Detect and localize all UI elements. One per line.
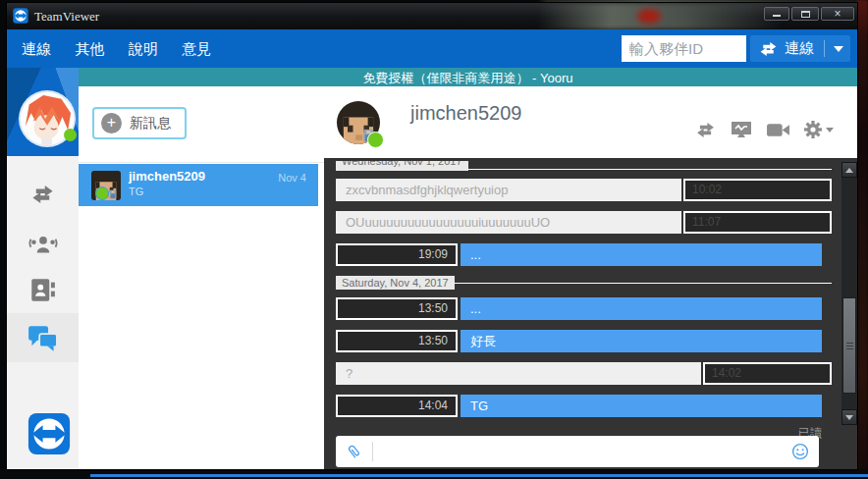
scrollbar-track[interactable] [841,178,857,409]
message-bubble: TG [461,395,822,417]
sidebar-item-chat-active[interactable] [7,313,79,362]
swap-arrows-icon [694,123,717,137]
plus-icon: + [101,113,122,133]
date-separator: Saturday, Nov 4, 2017 [336,276,832,290]
timestamp: 10:02 [683,179,832,201]
gear-icon [803,120,823,139]
thumb-grip [846,343,853,344]
scroll-down-button[interactable] [841,409,857,425]
contact-subtitle: TG [129,186,143,197]
maximize-button[interactable] [791,7,819,21]
settings-button[interactable] [803,120,834,139]
chat-list-panel: + 新訊息 jimchen5209 [79,86,324,469]
swap-arrows-icon [758,42,779,56]
teamviewer-logo [27,412,72,455]
scrollbar-thumb[interactable] [842,297,856,394]
triangle-up-icon [845,168,853,173]
message-incoming: ?14:02 [336,362,832,385]
contact-date: Nov 4 [278,172,306,184]
timestamp: 11:07 [683,211,832,234]
emoji-icon[interactable] [791,443,809,460]
sidebar-item-remote-control[interactable] [7,186,79,203]
maximize-icon [801,11,810,18]
timestamp: 14:02 [703,362,832,385]
user-status-dot [64,129,77,141]
menu-feedback[interactable]: 意見 [182,29,211,68]
menu-extras[interactable]: 其他 [75,29,104,68]
desktop-accent-line [90,474,868,477]
timestamp: 13:50 [336,297,458,320]
swap-arrows-icon [29,186,56,203]
paperclip-icon[interactable] [346,443,363,460]
window-title: TeamViewer [34,3,99,29]
message-bubble: ... [461,297,822,320]
triangle-down-icon [845,415,853,420]
message-bubble: OUuuuuuuuuuuuuuuuuiuuuuuuuUO [336,211,681,234]
conversation-contact-name: jimchen5209 [410,102,521,125]
titlebar[interactable]: TeamViewer × [7,3,857,29]
meeting-icon [28,233,58,257]
monitor-pulse-icon [730,120,753,139]
titlebar-glass-red-blob [637,9,661,24]
conversation-status-dot [367,132,384,148]
message-input[interactable] [373,440,791,463]
date-separator: Wednesday, Nov 1, 2017 [336,161,832,171]
date-line [455,276,832,284]
date-separator-clipped: Wednesday, Nov 1, 2017 [336,161,468,171]
thumb-grip [846,346,853,346]
menu-connection[interactable]: 連線 [22,29,51,68]
message-input-bar[interactable] [336,436,819,467]
account-panel [7,68,79,156]
message-outgoing: 13:50... [336,297,832,320]
minimize-button[interactable] [764,7,789,21]
teamviewer-app-icon [13,8,28,24]
message-bubble: ? [336,362,701,385]
video-call-button[interactable] [766,122,790,138]
scrollbar[interactable] [841,162,857,425]
connect-label: 連線 [785,39,814,58]
message-outgoing: 19:09... [336,243,832,266]
message-outgoing: 13:50好長 [336,330,832,352]
message-outgoing: 14:04TG [336,395,832,417]
connect-button[interactable]: 連線 [750,35,850,62]
message-incoming: zxcvbnmasdfghjklqwertyuiop10:02 [336,179,832,201]
close-button[interactable]: × [821,7,854,21]
sidebar [7,156,79,469]
contact-name: jimchen5209 [129,169,205,184]
new-message-label: 新訊息 [130,115,171,133]
remote-connect-button[interactable] [694,123,717,137]
date-line [468,161,832,170]
timestamp: 14:04 [336,395,458,417]
conversation-actions [694,120,834,139]
timestamp: 19:09 [336,243,458,266]
minimize-icon [773,15,781,17]
new-message-button[interactable]: + 新訊息 [92,107,187,139]
connect-divider [824,40,825,57]
chat-list-item-jimchen5209[interactable]: jimchen5209 TG Nov 4 [79,164,318,206]
contacts-book-icon [29,278,56,302]
scroll-up-button[interactable] [841,162,857,178]
menubar: 連線 其他 說明 意見 連線 [7,29,857,68]
sidebar-item-computers-contacts[interactable] [7,278,79,302]
chevron-down-icon[interactable] [834,46,843,52]
date-chip: Saturday, Nov 4, 2017 [336,276,455,290]
sidebar-item-meeting[interactable] [7,233,79,257]
conversation-panel: jimchen5209 [324,86,857,469]
remote-screen-button[interactable] [730,120,753,139]
timestamp: 13:50 [336,330,458,352]
gear-dropdown-icon [826,128,834,133]
desktop-background-right [856,0,868,479]
message-bubble: ... [461,243,822,266]
message-incoming: OUuuuuuuuuuuuuuuuuiuuuuuuuUO11:07 [336,211,832,234]
partner-id-input[interactable] [622,35,746,62]
message-bubble: 好長 [461,330,822,352]
date-chip: Wednesday, Nov 1, 2017 [336,161,468,171]
video-camera-icon [766,122,790,138]
list-divider [79,162,324,163]
conversation-header: jimchen5209 [324,86,857,158]
contact-status-dot [95,186,109,200]
message-list: Wednesday, Nov 1, 2017zxcvbnmasdfghjklqw… [336,161,832,439]
close-icon: × [834,9,841,19]
menu-help[interactable]: 說明 [129,29,158,68]
chat-bubbles-icon [27,325,58,351]
